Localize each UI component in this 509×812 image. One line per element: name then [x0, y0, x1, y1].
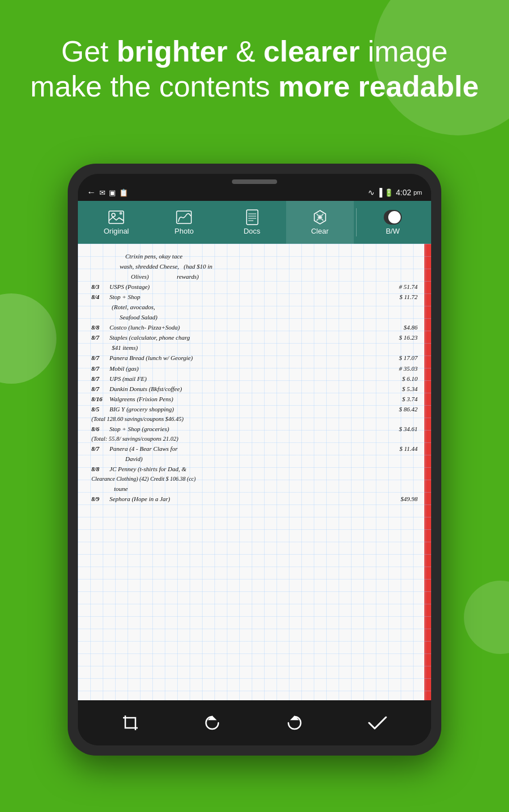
entry-text: Staples (calculator, phone charg — [109, 333, 387, 343]
entry-text: Mobil (gas) — [109, 364, 387, 374]
phone-screen: ← ✉ ▣ 📋 ∿ ▐ 🔋 4:02 pm — [78, 174, 431, 745]
decorative-circle-right — [464, 581, 509, 654]
date-text: 8/5 — [91, 405, 109, 414]
toolbar-docs[interactable]: Docs — [218, 201, 286, 244]
email-icon: ✉ — [99, 188, 106, 197]
list-item: 8/7 Mobil (gas) # 35.03 — [91, 364, 418, 374]
date-text: 8/8 — [91, 464, 109, 474]
header-line1: Get brighter & clearer image — [23, 34, 486, 69]
status-bar-right: ∿ ▐ 🔋 4:02 pm — [368, 188, 422, 197]
status-time-suffix: pm — [414, 189, 422, 196]
amount-text: # 51.74 — [387, 282, 418, 292]
entry-text: UPS (mail FE) — [109, 374, 387, 384]
bottom-toolbar — [78, 700, 431, 745]
date-text: 8/6 — [91, 424, 109, 434]
date-text: 8/7 — [91, 444, 109, 454]
list-item: 8/7 Dunkin Donuts (Bkfst/coffee) $ 5.34 — [91, 384, 418, 394]
list-item: toune — [91, 484, 418, 494]
toggle-pill[interactable] — [384, 210, 402, 225]
entry-text: Seafood Salad) — [91, 313, 418, 322]
amount-text: $ 6.10 — [387, 374, 418, 384]
entry-text: JC Penney (t-shirts for Dad, & — [109, 464, 418, 474]
header-text-readable: more readable — [278, 70, 479, 103]
list-item: 8/9 Sephora (Hope in a Jar) $49.98 — [91, 494, 418, 504]
svg-point-1 — [112, 213, 115, 217]
list-item: 8/6 Stop + Shop (groceries) $ 34.61 — [91, 424, 418, 434]
list-item: 8/4 Stop + Shop $ 11.72 — [91, 292, 418, 302]
header-text-make: make the contents — [30, 70, 278, 103]
amount-text: # 35.03 — [387, 364, 418, 374]
toolbar-original-label: Original — [104, 227, 129, 235]
header-text-get: Get — [62, 35, 117, 68]
svg-point-2 — [120, 212, 122, 215]
list-item: Ctrixin pens, okay tace — [91, 252, 418, 261]
document-content: Ctrixin pens, okay tace wash, shredded C… — [87, 249, 422, 507]
date-text: 8/7 — [91, 333, 109, 343]
list-item: wash, shredded Cheese, (had $10 in — [91, 262, 418, 271]
toolbar-bw-label: B/W — [386, 227, 400, 235]
decorative-circle-left — [0, 293, 56, 384]
date-text: 8/16 — [91, 394, 109, 404]
header-text: Get brighter & clearer image make the co… — [0, 34, 509, 104]
amount-text: $ 17.07 — [387, 353, 418, 363]
entry-text: $41 items) — [91, 343, 418, 353]
document-image: Ctrixin pens, okay tace wash, shredded C… — [78, 244, 431, 700]
status-bar: ← ✉ ▣ 📋 ∿ ▐ 🔋 4:02 pm — [78, 184, 431, 201]
header-line2: make the contents more readable — [23, 69, 486, 104]
list-item: 8/5 BIG Y (grocery shopping) $ 86.42 — [91, 405, 418, 414]
date-text: 8/3 — [91, 282, 109, 292]
document-area: Ctrixin pens, okay tace wash, shredded C… — [78, 244, 431, 700]
svg-rect-9 — [125, 718, 135, 728]
battery-icon: 🔋 — [384, 188, 393, 197]
crop-button[interactable] — [121, 713, 140, 732]
list-item: 8/8 Costco (lunch- Pizza+Soda) $4.86 — [91, 323, 418, 332]
amount-text: $ 5.34 — [387, 384, 418, 394]
entry-text: toune — [91, 484, 418, 494]
toolbar-bw[interactable]: B/W — [359, 201, 427, 244]
entry-text: BIG Y (grocery shopping) — [109, 405, 387, 414]
date-text: 8/7 — [91, 353, 109, 363]
bw-toggle[interactable] — [384, 209, 402, 225]
date-text: 8/4 — [91, 292, 109, 302]
amount-text: $ 11.72 — [387, 292, 418, 302]
entry-text: David) — [91, 454, 418, 464]
list-item: 8/7 UPS (mail FE) $ 6.10 — [91, 374, 418, 384]
confirm-button[interactable] — [367, 713, 388, 732]
toolbar-original[interactable]: Original — [82, 201, 150, 244]
list-item: 8/7 Panera Bread (lunch w/ Georgie) $ 17… — [91, 353, 418, 363]
phone-frame: ← ✉ ▣ 📋 ∿ ▐ 🔋 4:02 pm — [68, 164, 441, 756]
toolbar-clear-label: Clear — [311, 227, 328, 235]
list-item: $41 items) — [91, 343, 418, 353]
toolbar-clear[interactable]: Clear — [286, 201, 354, 244]
entry-text: Sephora (Hope in a Jar) — [109, 494, 387, 504]
rotate-right-button[interactable] — [285, 713, 304, 732]
amount-text: $ 86.42 — [387, 405, 418, 414]
list-item: Clearance Clothing) (42) Credit $ 106.38… — [91, 475, 418, 484]
grid-paper: Ctrixin pens, okay tace wash, shredded C… — [78, 244, 431, 700]
entry-text: Panera Bread (lunch w/ Georgie) — [109, 353, 387, 363]
original-icon — [107, 209, 125, 225]
entry-text: wash, shredded Cheese, (had $10 in — [91, 262, 418, 271]
list-item: 8/16 Walgreens (Frixion Pens) $ 3.74 — [91, 394, 418, 404]
entry-text: Dunkin Donuts (Bkfst/coffee) — [109, 384, 387, 394]
toolbar-photo[interactable]: Photo — [150, 201, 218, 244]
entry-text: Stop + Shop (groceries) — [109, 424, 387, 434]
header-text-and: & — [227, 35, 264, 68]
list-item: 8/3 USPS (Postage) # 51.74 — [91, 282, 418, 292]
status-bar-left: ← ✉ ▣ 📋 — [87, 187, 128, 197]
entry-text: Clearance Clothing) (42) Credit $ 106.38… — [91, 475, 418, 484]
header-text-image: image — [359, 35, 447, 68]
amount-text: $49.98 — [387, 494, 418, 504]
entry-text: Walgreens (Frixion Pens) — [109, 394, 387, 404]
back-icon[interactable]: ← — [87, 187, 96, 197]
list-item: 8/7 Staples (calculator, phone charg $ 1… — [91, 333, 418, 343]
toolbar-photo-label: Photo — [174, 227, 194, 235]
toolbar-divider — [356, 208, 357, 236]
docs-icon — [243, 209, 261, 225]
phone-speaker — [232, 179, 277, 184]
entry-text: (Rotel, avocados, — [91, 302, 418, 312]
header-text-brighter: brighter — [117, 35, 227, 68]
rotate-left-button[interactable] — [203, 713, 222, 732]
entry-text: Stop + Shop — [109, 292, 387, 302]
signal-icon: ▐ — [377, 188, 383, 197]
